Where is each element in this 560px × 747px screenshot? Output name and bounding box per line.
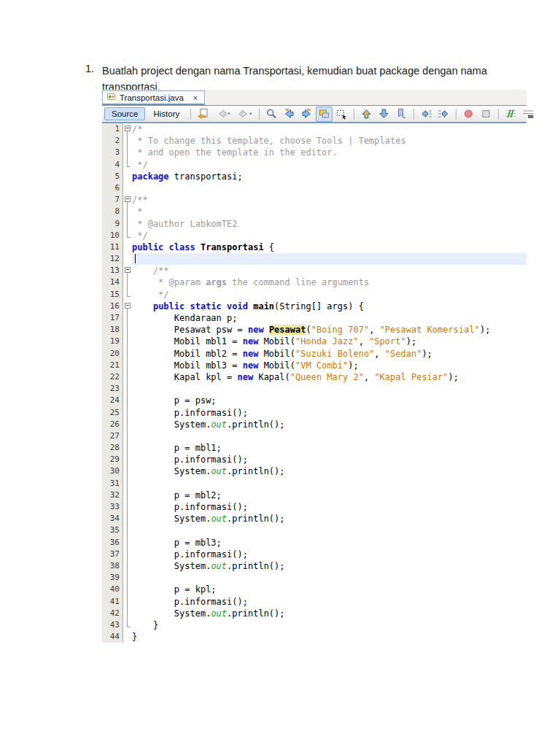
fold-mid-marker (123, 206, 132, 217)
code-line[interactable]: 25 p.informasi(); (102, 407, 526, 419)
find-previous-icon[interactable] (281, 107, 298, 122)
code-line[interactable]: 31 (102, 478, 526, 489)
fold-start-marker[interactable] (123, 123, 132, 135)
last-edit-location-icon[interactable] (195, 107, 211, 122)
code-text (132, 572, 526, 584)
code-line[interactable]: 1/* (102, 123, 526, 135)
fold-start-marker[interactable] (123, 194, 132, 206)
line-number: 3 (102, 147, 123, 158)
code-line[interactable]: 16 public static void main(String[] args… (102, 301, 526, 312)
code-text: * @param args the command line arguments (132, 276, 526, 288)
code-text: System.out.println(); (132, 513, 526, 525)
comment-icon[interactable] (502, 107, 519, 122)
toolbar-separator (354, 109, 354, 120)
code-text: * @author LabkomTE2 (132, 218, 526, 230)
fold-end-marker (123, 159, 132, 171)
fold-mid-marker (123, 572, 132, 584)
code-line[interactable]: 12 (102, 253, 526, 265)
code-text: p.informasi(); (132, 501, 526, 513)
code-line[interactable]: 5package transportasi; (102, 171, 526, 182)
code-text: Mobil mbl2 = new Mobil("Suzuki Boleno", … (132, 348, 526, 360)
line-number: 18 (102, 324, 123, 336)
code-text: public static void main(String[] args) { (132, 301, 526, 312)
editor-tab-bar: Transportasi.java × (102, 90, 526, 106)
start-macro-recording-icon[interactable] (460, 107, 477, 122)
find-next-icon[interactable] (298, 107, 315, 122)
code-line[interactable]: 35 (102, 525, 526, 536)
toggle-bookmark-icon[interactable] (393, 107, 410, 122)
instruction-line-1: Buatlah project dengan nama Transportasi… (102, 63, 496, 79)
code-line[interactable]: 44} (102, 631, 526, 643)
code-line[interactable]: 34 System.out.println(); (102, 513, 526, 525)
code-line[interactable]: 23 (102, 383, 526, 395)
fold-start-marker[interactable] (123, 265, 132, 276)
source-view-button[interactable]: Source (104, 107, 145, 120)
code-line[interactable]: 27 (102, 430, 526, 442)
line-number: 30 (102, 465, 123, 477)
code-line[interactable]: 42 System.out.println(); (102, 608, 526, 619)
tab-close-icon[interactable]: × (193, 93, 198, 102)
fold-start-marker[interactable] (123, 301, 132, 312)
code-line[interactable]: 7/** (102, 194, 526, 206)
tab-transportasi-java[interactable]: Transportasi.java × (102, 90, 205, 105)
fold-mid-marker (123, 596, 132, 608)
shift-line-left-icon[interactable] (418, 107, 435, 122)
fold-mid-marker (123, 336, 132, 347)
toolbar-separator (259, 109, 260, 120)
code-line[interactable]: 20 Mobil mbl2 = new Mobil("Suzuki Boleno… (102, 348, 526, 360)
code-line[interactable]: 18 Pesawat psw = new Pesawat("Boing 707"… (102, 324, 526, 336)
code-line[interactable]: 36 p = mbl3; (102, 537, 526, 549)
fold-column (123, 631, 132, 643)
code-line[interactable]: 29 p.informasi(); (102, 454, 526, 465)
code-line[interactable]: 41 p.informasi(); (102, 596, 526, 608)
code-line[interactable]: 24 p = psw; (102, 395, 526, 406)
code-line[interactable]: 19 Mobil mbl1 = new Mobil("Honda Jazz", … (102, 336, 526, 347)
forward-icon[interactable]: ▾ (234, 107, 255, 122)
code-line[interactable]: 33 p.informasi(); (102, 501, 526, 513)
code-line[interactable]: 39 (102, 572, 526, 584)
code-line[interactable]: 28 p = mbl1; (102, 442, 526, 454)
code-line[interactable]: 8 * (102, 206, 526, 217)
code-line[interactable]: 43 } (102, 619, 526, 631)
code-text: /** (132, 194, 526, 206)
code-text: p.informasi(); (132, 454, 526, 465)
code-text (132, 478, 526, 489)
code-line[interactable]: 38 System.out.println(); (102, 560, 526, 572)
code-line[interactable]: 40 p = kpl; (102, 584, 526, 595)
rectangular-selection-icon[interactable] (333, 107, 350, 122)
code-line[interactable]: 10 */ (102, 230, 526, 241)
code-line[interactable]: 32 p = mbl2; (102, 489, 526, 501)
code-line[interactable]: 37 p.informasi(); (102, 549, 526, 560)
code-line[interactable]: 6 (102, 182, 526, 194)
code-line[interactable]: 30 System.out.println(); (102, 465, 526, 477)
find-selection-icon[interactable] (263, 107, 280, 122)
toggle-highlight-search-icon[interactable] (316, 107, 332, 122)
code-text (132, 253, 526, 265)
code-line[interactable]: 9 * @author LabkomTE2 (102, 218, 526, 230)
history-view-button[interactable]: History (146, 107, 187, 120)
code-text: * (132, 206, 526, 217)
next-bookmark-icon[interactable] (376, 107, 392, 122)
code-line[interactable]: 4 */ (102, 159, 526, 171)
code-line[interactable]: 14 * @param args the command line argume… (102, 276, 526, 288)
code-line[interactable]: 22 Kapal kpl = new Kapal("Queen Mary 2",… (102, 371, 526, 383)
code-line[interactable]: 26 System.out.println(); (102, 419, 526, 430)
previous-bookmark-icon[interactable] (358, 107, 375, 122)
uncomment-icon[interactable] (520, 107, 537, 122)
back-icon[interactable]: ▾ (212, 107, 233, 122)
code-text: Kendaraan p; (132, 312, 526, 324)
shift-line-right-icon[interactable] (435, 107, 452, 122)
editor[interactable]: 1/*2 * To change this template, choose T… (102, 123, 526, 643)
code-line[interactable]: 3 * and open the template in the editor. (102, 147, 526, 158)
code-line[interactable]: 13 /** (102, 265, 526, 276)
code-line[interactable]: 15 */ (102, 289, 526, 301)
line-number: 43 (102, 619, 123, 631)
stop-macro-recording-icon[interactable] (478, 107, 494, 122)
code-text: System.out.println(); (132, 419, 526, 430)
line-number: 13 (102, 265, 123, 276)
code-line[interactable]: 17 Kendaraan p; (102, 312, 526, 324)
code-line[interactable]: 11public class Transportasi { (102, 241, 526, 253)
fold-mid-marker (123, 465, 132, 477)
code-line[interactable]: 2 * To change this template, choose Tool… (102, 135, 526, 147)
code-line[interactable]: 21 Mobil mbl3 = new Mobil("VM Combi"); (102, 360, 526, 371)
